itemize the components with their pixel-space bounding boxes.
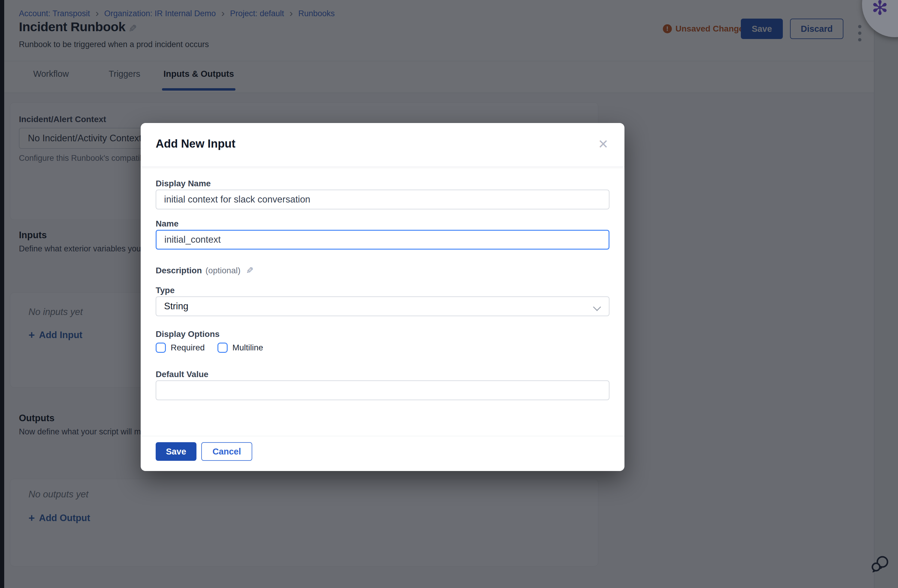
description-label-row: Description (optional) <box>156 265 254 276</box>
required-checkbox-group: Required <box>156 343 205 353</box>
required-checkbox[interactable] <box>156 343 166 353</box>
type-select-value: String <box>164 301 188 312</box>
default-value-input[interactable] <box>156 380 609 400</box>
edit-description-pencil-icon[interactable] <box>246 265 254 276</box>
description-optional-label: (optional) <box>206 266 241 276</box>
app-window: Account: Transposit › Organization: IR I… <box>0 0 898 588</box>
close-icon[interactable] <box>595 136 611 152</box>
description-label: Description <box>156 266 202 276</box>
modal-title: Add New Input <box>156 137 235 150</box>
chevron-down-icon <box>593 303 601 311</box>
flower-logo-icon <box>872 0 888 20</box>
display-name-label: Display Name <box>156 179 211 188</box>
modal-cancel-button[interactable]: Cancel <box>201 442 252 461</box>
display-options-label: Display Options <box>156 329 220 339</box>
display-options-row: Required Multiline <box>156 343 263 353</box>
name-input[interactable] <box>156 230 609 249</box>
add-new-input-modal: Add New Input Display Name Name Descript… <box>141 123 624 471</box>
type-label: Type <box>156 286 175 295</box>
default-value-label: Default Value <box>156 369 208 379</box>
multiline-checkbox[interactable] <box>217 343 228 353</box>
display-name-input[interactable] <box>156 189 609 209</box>
modal-save-button[interactable]: Save <box>156 442 197 461</box>
required-checkbox-label: Required <box>171 343 205 352</box>
modal-footer-divider <box>141 436 624 436</box>
multiline-checkbox-group: Multiline <box>217 343 263 353</box>
type-select[interactable]: String <box>156 296 609 316</box>
multiline-checkbox-label: Multiline <box>232 343 263 352</box>
name-label: Name <box>156 219 178 229</box>
